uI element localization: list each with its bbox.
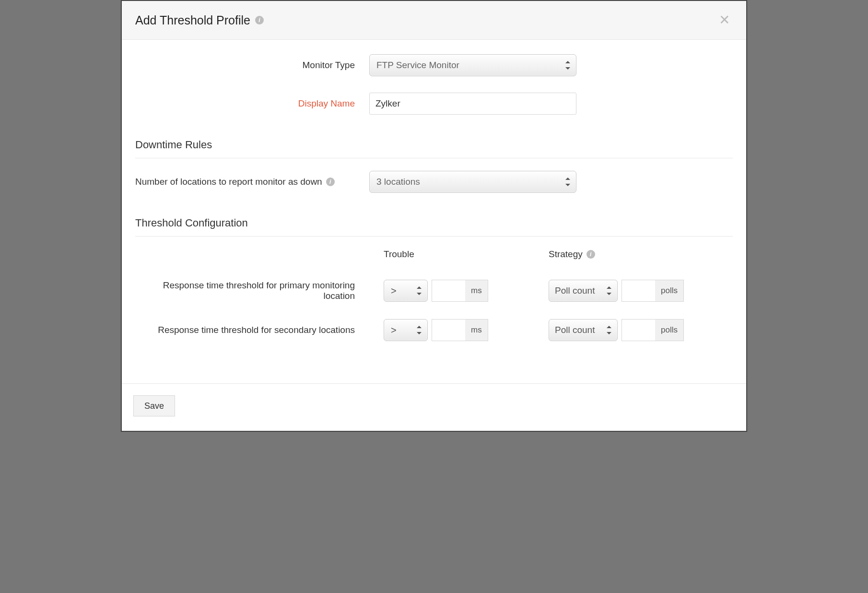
primary-strategy-select[interactable]: Poll count bbox=[549, 280, 618, 302]
modal-title: Add Threshold Profile bbox=[135, 13, 250, 27]
monitor-type-row: Monitor Type FTP Service Monitor bbox=[135, 54, 733, 76]
secondary-polls-group: polls bbox=[622, 319, 684, 341]
primary-polls-unit: polls bbox=[655, 280, 684, 302]
display-name-input[interactable] bbox=[369, 93, 576, 115]
monitor-type-value: FTP Service Monitor bbox=[376, 60, 459, 71]
secondary-row-label: Response time threshold for secondary lo… bbox=[135, 325, 369, 335]
secondary-strategy-value: Poll count bbox=[555, 325, 595, 335]
chevron-updown-icon bbox=[417, 287, 422, 295]
primary-row-label: Response time threshold for primary moni… bbox=[135, 280, 369, 301]
secondary-op-value: > bbox=[391, 325, 397, 336]
display-name-row: Display Name bbox=[135, 93, 733, 115]
primary-value-input[interactable] bbox=[432, 280, 465, 302]
secondary-trouble-cell: > ms bbox=[369, 319, 534, 341]
primary-op-select[interactable]: > bbox=[384, 280, 428, 302]
secondary-unit: ms bbox=[465, 319, 488, 341]
modal-footer: Save bbox=[122, 383, 746, 431]
secondary-polls-unit: polls bbox=[655, 319, 684, 341]
chevron-updown-icon bbox=[607, 287, 611, 295]
primary-polls-group: polls bbox=[622, 280, 684, 302]
secondary-op-select[interactable]: > bbox=[384, 319, 428, 341]
secondary-polls-input[interactable] bbox=[622, 319, 655, 341]
save-button[interactable]: Save bbox=[133, 395, 175, 416]
secondary-value-group: ms bbox=[432, 319, 488, 341]
locations-select[interactable]: 3 locations bbox=[369, 171, 576, 193]
primary-unit: ms bbox=[465, 280, 488, 302]
locations-label: Number of locations to report monitor as… bbox=[135, 177, 322, 187]
monitor-type-select[interactable]: FTP Service Monitor bbox=[369, 54, 576, 76]
chevron-updown-icon bbox=[565, 61, 570, 69]
primary-polls-input[interactable] bbox=[622, 280, 655, 302]
chevron-updown-icon bbox=[565, 178, 570, 186]
col-strategy-header: Strategy i bbox=[534, 249, 699, 262]
info-icon[interactable]: i bbox=[586, 250, 595, 259]
locations-row: Number of locations to report monitor as… bbox=[135, 171, 733, 193]
chevron-updown-icon bbox=[417, 326, 422, 334]
secondary-value-input[interactable] bbox=[432, 319, 465, 341]
threshold-config-heading: Threshold Configuration bbox=[135, 217, 733, 237]
secondary-strategy-cell: Poll count polls bbox=[534, 319, 699, 341]
locations-label-wrap: Number of locations to report monitor as… bbox=[135, 177, 369, 187]
downtime-rules-heading: Downtime Rules bbox=[135, 139, 733, 158]
secondary-strategy-select[interactable]: Poll count bbox=[549, 319, 618, 341]
locations-value: 3 locations bbox=[376, 177, 420, 187]
info-icon[interactable]: i bbox=[326, 178, 335, 186]
display-name-label: Display Name bbox=[135, 98, 369, 109]
monitor-type-label: Monitor Type bbox=[135, 60, 369, 71]
modal-title-wrap: Add Threshold Profile i bbox=[135, 13, 264, 27]
modal-header: Add Threshold Profile i ✕ bbox=[122, 1, 746, 40]
chevron-updown-icon bbox=[607, 326, 611, 334]
col-strategy-label: Strategy bbox=[549, 249, 583, 260]
add-threshold-profile-modal: Add Threshold Profile i ✕ Monitor Type F… bbox=[121, 0, 747, 432]
col-trouble-label: Trouble bbox=[384, 249, 414, 260]
primary-strategy-value: Poll count bbox=[555, 285, 595, 296]
close-icon[interactable]: ✕ bbox=[716, 12, 733, 28]
primary-trouble-cell: > ms bbox=[369, 280, 534, 302]
primary-value-group: ms bbox=[432, 280, 488, 302]
col-trouble-header: Trouble bbox=[369, 249, 534, 262]
primary-op-value: > bbox=[391, 285, 397, 296]
primary-strategy-cell: Poll count polls bbox=[534, 280, 699, 302]
threshold-grid: Trouble Strategy i Response time thresho… bbox=[135, 249, 733, 341]
info-icon[interactable]: i bbox=[255, 16, 264, 24]
modal-body: Monitor Type FTP Service Monitor Display… bbox=[122, 40, 746, 383]
